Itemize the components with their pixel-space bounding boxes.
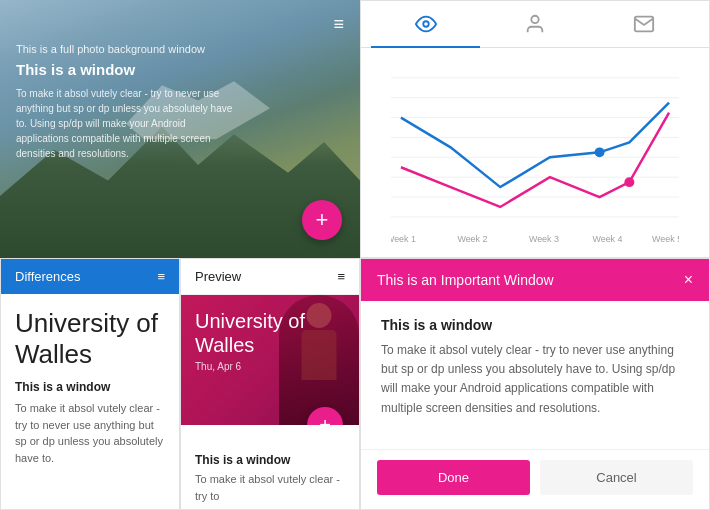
preview-card-date: Thu, Apr 6	[195, 361, 359, 372]
dialog-actions: Done Cancel	[361, 449, 709, 509]
cancel-button[interactable]: Cancel	[540, 460, 693, 495]
diff-header: Differences ≡	[1, 259, 179, 294]
svg-text:Week 1: Week 1	[391, 234, 416, 244]
dialog-panel: This is an Important Window × This is a …	[360, 258, 710, 510]
svg-point-24	[624, 177, 634, 187]
preview-card-text: University of Walles Thu, Apr 6	[195, 309, 359, 372]
tab-eye[interactable]	[371, 1, 480, 47]
svg-text:Week 2: Week 2	[457, 234, 487, 244]
preview-hamburger-icon[interactable]: ≡	[337, 269, 345, 284]
diff-hamburger-icon[interactable]: ≡	[157, 269, 165, 284]
line-chart: 2 3 4 5 6 7 8 9 Week 1 Week 2 Week 3 Wee…	[391, 56, 679, 249]
svg-point-1	[531, 16, 538, 23]
preview-card: University of Walles Thu, Apr 6 +	[181, 295, 359, 425]
diff-header-title: Differences	[15, 269, 81, 284]
preview-header: Preview ≡	[181, 259, 359, 295]
done-button[interactable]: Done	[377, 460, 530, 495]
photo-body: To make it absol vutely clear - try to n…	[16, 86, 236, 161]
svg-text:Week 5: Week 5	[652, 234, 679, 244]
preview-panel: Preview ≡ University of Walles Thu, Apr …	[180, 258, 360, 510]
differences-panel: Differences ≡ University of Walles This …	[0, 258, 180, 510]
mail-icon	[633, 13, 655, 35]
diff-big-title: University of Walles	[15, 308, 165, 370]
preview-card-title: University of Walles	[195, 309, 359, 357]
preview-body-title: This is a window	[195, 453, 345, 467]
dialog-content: This is a window To make it absol vutely…	[361, 301, 709, 449]
person-icon	[524, 13, 546, 35]
photo-background-window: ≡ This is a full photo background window…	[0, 0, 360, 258]
chart-window: 2 3 4 5 6 7 8 9 Week 1 Week 2 Week 3 Wee…	[360, 0, 710, 258]
tab-person[interactable]	[480, 1, 589, 47]
svg-text:Week 4: Week 4	[592, 234, 622, 244]
eye-icon	[415, 13, 437, 35]
dialog-title: This is a window	[381, 317, 689, 333]
preview-header-title: Preview	[195, 269, 241, 284]
photo-title: This is a window	[16, 61, 344, 78]
preview-body-text: To make it absol vutely clear - try to	[195, 471, 345, 504]
svg-point-0	[423, 21, 429, 27]
chart-body: 2 3 4 5 6 7 8 9 Week 1 Week 2 Week 3 Wee…	[361, 48, 709, 279]
photo-header: ≡	[16, 14, 344, 35]
chart-tabs	[361, 1, 709, 48]
preview-body: This is a window To make it absol vutely…	[181, 425, 359, 510]
photo-subtitle: This is a full photo background window	[16, 43, 344, 55]
photo-fab-button[interactable]: +	[302, 200, 342, 240]
diff-body: To make it absol vutely clear - try to n…	[15, 400, 165, 466]
svg-text:Week 3: Week 3	[529, 234, 559, 244]
hamburger-icon[interactable]: ≡	[333, 14, 344, 35]
dialog-body: To make it absol vutely clear - try to n…	[381, 341, 689, 418]
tab-mail[interactable]	[590, 1, 699, 47]
diff-subtitle: This is a window	[15, 380, 165, 394]
diff-content: University of Walles This is a window To…	[1, 294, 179, 509]
svg-point-23	[595, 147, 605, 157]
